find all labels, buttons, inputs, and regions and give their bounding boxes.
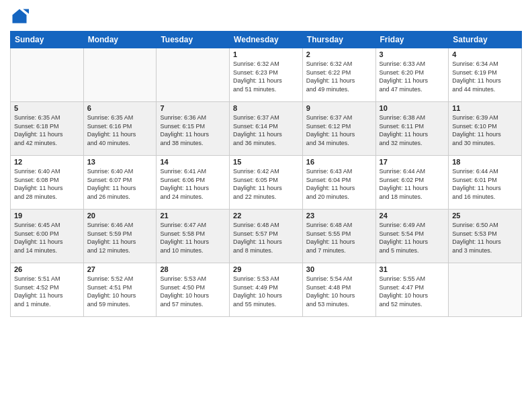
day-info: Sunrise: 6:39 AM Sunset: 6:10 PM Dayligh… bbox=[452, 113, 518, 147]
day-number: 13 bbox=[87, 158, 153, 166]
day-number: 31 bbox=[380, 265, 445, 273]
day-number: 8 bbox=[233, 104, 299, 112]
day-cell: 31Sunrise: 5:55 AM Sunset: 4:47 PM Dayli… bbox=[375, 263, 449, 317]
day-info: Sunrise: 6:48 AM Sunset: 5:57 PM Dayligh… bbox=[233, 221, 299, 255]
day-cell: 12Sunrise: 6:40 AM Sunset: 6:08 PM Dayli… bbox=[11, 156, 84, 210]
day-cell: 17Sunrise: 6:44 AM Sunset: 6:02 PM Dayli… bbox=[375, 156, 449, 210]
day-cell: 25Sunrise: 6:50 AM Sunset: 5:53 PM Dayli… bbox=[449, 210, 522, 263]
week-row-1: 1Sunrise: 6:32 AM Sunset: 6:23 PM Daylig… bbox=[11, 48, 522, 102]
day-number: 3 bbox=[380, 50, 445, 58]
day-info: Sunrise: 6:33 AM Sunset: 6:20 PM Dayligh… bbox=[380, 60, 445, 93]
day-number: 1 bbox=[233, 50, 299, 58]
day-cell: 29Sunrise: 5:53 AM Sunset: 4:49 PM Dayli… bbox=[230, 263, 303, 317]
day-info: Sunrise: 5:55 AM Sunset: 4:47 PM Dayligh… bbox=[380, 275, 445, 308]
day-number: 15 bbox=[233, 158, 299, 166]
day-cell: 26Sunrise: 5:51 AM Sunset: 4:52 PM Dayli… bbox=[11, 263, 84, 317]
col-header-tuesday: Tuesday bbox=[157, 32, 230, 48]
day-number: 4 bbox=[452, 50, 518, 58]
col-header-thursday: Thursday bbox=[302, 32, 375, 48]
day-cell: 28Sunrise: 5:53 AM Sunset: 4:50 PM Dayli… bbox=[157, 263, 230, 317]
day-info: Sunrise: 6:37 AM Sunset: 6:14 PM Dayligh… bbox=[233, 113, 299, 147]
day-number: 16 bbox=[306, 158, 372, 166]
day-number: 6 bbox=[87, 104, 153, 112]
day-cell: 6Sunrise: 6:35 AM Sunset: 6:16 PM Daylig… bbox=[83, 102, 157, 156]
day-cell: 5Sunrise: 6:35 AM Sunset: 6:18 PM Daylig… bbox=[11, 102, 84, 156]
day-info: Sunrise: 6:45 AM Sunset: 6:00 PM Dayligh… bbox=[14, 221, 80, 255]
day-cell bbox=[449, 263, 522, 317]
day-number: 7 bbox=[160, 104, 226, 112]
day-cell: 7Sunrise: 6:36 AM Sunset: 6:15 PM Daylig… bbox=[157, 102, 230, 156]
day-number: 27 bbox=[87, 265, 153, 273]
day-number: 23 bbox=[306, 212, 372, 220]
day-cell: 11Sunrise: 6:39 AM Sunset: 6:10 PM Dayli… bbox=[449, 102, 522, 156]
week-row-3: 12Sunrise: 6:40 AM Sunset: 6:08 PM Dayli… bbox=[11, 156, 522, 210]
day-info: Sunrise: 6:32 AM Sunset: 6:22 PM Dayligh… bbox=[306, 60, 372, 93]
day-number: 5 bbox=[14, 104, 80, 112]
day-number: 20 bbox=[87, 212, 153, 220]
day-info: Sunrise: 6:40 AM Sunset: 6:07 PM Dayligh… bbox=[87, 167, 153, 201]
day-info: Sunrise: 6:49 AM Sunset: 5:54 PM Dayligh… bbox=[380, 221, 445, 255]
day-cell: 22Sunrise: 6:48 AM Sunset: 5:57 PM Dayli… bbox=[230, 210, 303, 263]
week-row-2: 5Sunrise: 6:35 AM Sunset: 6:18 PM Daylig… bbox=[11, 102, 522, 156]
logo-icon bbox=[10, 7, 29, 26]
day-number: 11 bbox=[452, 104, 518, 112]
day-number: 12 bbox=[14, 158, 80, 166]
day-number: 19 bbox=[14, 212, 80, 220]
col-header-friday: Friday bbox=[375, 32, 449, 48]
day-number: 2 bbox=[306, 50, 372, 58]
day-info: Sunrise: 6:34 AM Sunset: 6:19 PM Dayligh… bbox=[452, 60, 518, 93]
day-info: Sunrise: 6:37 AM Sunset: 6:12 PM Dayligh… bbox=[306, 113, 372, 147]
day-info: Sunrise: 6:40 AM Sunset: 6:08 PM Dayligh… bbox=[14, 167, 80, 201]
day-number: 28 bbox=[160, 265, 226, 273]
col-header-wednesday: Wednesday bbox=[230, 32, 303, 48]
page: SundayMondayTuesdayWednesdayThursdayFrid… bbox=[0, 0, 532, 411]
day-info: Sunrise: 6:44 AM Sunset: 6:01 PM Dayligh… bbox=[452, 167, 518, 201]
day-info: Sunrise: 6:50 AM Sunset: 5:53 PM Dayligh… bbox=[452, 221, 518, 255]
day-cell: 23Sunrise: 6:48 AM Sunset: 5:55 PM Dayli… bbox=[302, 210, 375, 263]
day-cell: 24Sunrise: 6:49 AM Sunset: 5:54 PM Dayli… bbox=[375, 210, 449, 263]
day-number: 26 bbox=[14, 265, 80, 273]
day-info: Sunrise: 6:46 AM Sunset: 5:59 PM Dayligh… bbox=[87, 221, 153, 255]
day-info: Sunrise: 6:38 AM Sunset: 6:11 PM Dayligh… bbox=[380, 113, 445, 147]
day-cell: 18Sunrise: 6:44 AM Sunset: 6:01 PM Dayli… bbox=[449, 156, 522, 210]
day-cell: 2Sunrise: 6:32 AM Sunset: 6:22 PM Daylig… bbox=[302, 48, 375, 102]
day-number: 18 bbox=[452, 158, 518, 166]
header bbox=[10, 7, 522, 26]
day-cell: 1Sunrise: 6:32 AM Sunset: 6:23 PM Daylig… bbox=[230, 48, 303, 102]
week-row-5: 26Sunrise: 5:51 AM Sunset: 4:52 PM Dayli… bbox=[11, 263, 522, 317]
day-cell: 8Sunrise: 6:37 AM Sunset: 6:14 PM Daylig… bbox=[230, 102, 303, 156]
day-info: Sunrise: 6:41 AM Sunset: 6:06 PM Dayligh… bbox=[160, 167, 226, 201]
day-cell: 27Sunrise: 5:52 AM Sunset: 4:51 PM Dayli… bbox=[83, 263, 157, 317]
day-info: Sunrise: 5:54 AM Sunset: 4:48 PM Dayligh… bbox=[306, 275, 372, 308]
day-number: 24 bbox=[380, 212, 445, 220]
day-info: Sunrise: 6:48 AM Sunset: 5:55 PM Dayligh… bbox=[306, 221, 372, 255]
day-info: Sunrise: 5:51 AM Sunset: 4:52 PM Dayligh… bbox=[14, 275, 80, 308]
col-header-monday: Monday bbox=[83, 32, 157, 48]
day-info: Sunrise: 5:52 AM Sunset: 4:51 PM Dayligh… bbox=[87, 275, 153, 308]
calendar: SundayMondayTuesdayWednesdayThursdayFrid… bbox=[10, 31, 522, 317]
day-cell: 15Sunrise: 6:42 AM Sunset: 6:05 PM Dayli… bbox=[230, 156, 303, 210]
day-number: 9 bbox=[306, 104, 372, 112]
svg-marker-0 bbox=[13, 9, 27, 24]
day-cell: 16Sunrise: 6:43 AM Sunset: 6:04 PM Dayli… bbox=[302, 156, 375, 210]
day-info: Sunrise: 6:42 AM Sunset: 6:05 PM Dayligh… bbox=[233, 167, 299, 201]
day-info: Sunrise: 6:47 AM Sunset: 5:58 PM Dayligh… bbox=[160, 221, 226, 255]
day-number: 21 bbox=[160, 212, 226, 220]
col-header-saturday: Saturday bbox=[449, 32, 522, 48]
day-cell: 13Sunrise: 6:40 AM Sunset: 6:07 PM Dayli… bbox=[83, 156, 157, 210]
day-cell: 3Sunrise: 6:33 AM Sunset: 6:20 PM Daylig… bbox=[375, 48, 449, 102]
day-cell: 14Sunrise: 6:41 AM Sunset: 6:06 PM Dayli… bbox=[157, 156, 230, 210]
day-number: 17 bbox=[380, 158, 445, 166]
header-row: SundayMondayTuesdayWednesdayThursdayFrid… bbox=[11, 32, 522, 48]
day-info: Sunrise: 5:53 AM Sunset: 4:49 PM Dayligh… bbox=[233, 275, 299, 308]
day-number: 22 bbox=[233, 212, 299, 220]
col-header-sunday: Sunday bbox=[11, 32, 84, 48]
day-info: Sunrise: 6:35 AM Sunset: 6:16 PM Dayligh… bbox=[87, 113, 153, 147]
day-number: 10 bbox=[380, 104, 445, 112]
day-cell bbox=[83, 48, 157, 102]
day-cell: 4Sunrise: 6:34 AM Sunset: 6:19 PM Daylig… bbox=[449, 48, 522, 102]
day-cell: 20Sunrise: 6:46 AM Sunset: 5:59 PM Dayli… bbox=[83, 210, 157, 263]
day-info: Sunrise: 6:32 AM Sunset: 6:23 PM Dayligh… bbox=[233, 60, 299, 93]
day-number: 25 bbox=[452, 212, 518, 220]
day-number: 14 bbox=[160, 158, 226, 166]
